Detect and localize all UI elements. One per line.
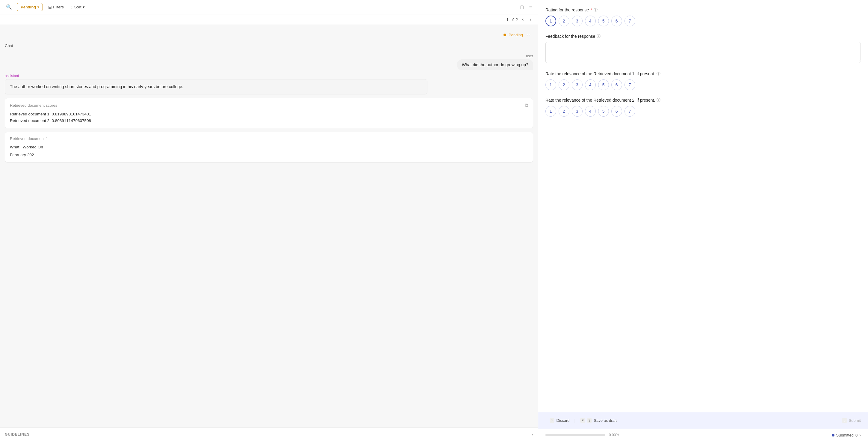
doc1-relevance-section: Rate the relevance of the Retrieved docu…: [546, 71, 861, 90]
submitted-count: 0: [856, 433, 858, 437]
rating-btn-3[interactable]: 3: [572, 106, 583, 117]
save-key-hint-1: ⌘: [580, 418, 585, 423]
guidelines-bar[interactable]: GUIDELINES ›: [0, 428, 538, 441]
search-icon: 🔍: [6, 4, 12, 9]
doc2-relevance-info-icon[interactable]: ⓘ: [656, 97, 660, 103]
rating-info-icon[interactable]: ⓘ: [594, 7, 597, 12]
assistant-message-bubble: The author worked on writing short stori…: [5, 79, 427, 94]
rating-btn-7[interactable]: 7: [624, 106, 635, 117]
filter-label: Filters: [53, 5, 63, 9]
chat-section-label: Chat: [5, 42, 533, 50]
rating-btn-1[interactable]: 1: [546, 16, 556, 26]
retrieved-doc1-title: Retrieved document 1: [10, 137, 48, 141]
doc2-relevance-section: Rate the relevance of the Retrieved docu…: [546, 97, 861, 117]
content-area: Pending ⋯ Chat user What did the author …: [0, 25, 538, 428]
discard-key-hint: ⎋: [550, 418, 555, 423]
list-view-button[interactable]: ≡: [528, 3, 533, 11]
discard-button[interactable]: ⎋ Discard: [546, 416, 574, 424]
right-bottom-bar: 0.00% Submitted 0 ›: [538, 429, 868, 441]
right-panel: Rating for the response * ⓘ 1234567 Feed…: [538, 0, 868, 441]
filter-button[interactable]: ⊟ Filters: [46, 3, 65, 11]
retrieved-scores-content: Retrieved document 1: 0.8198898161473401…: [10, 111, 528, 124]
user-role-label: user: [526, 54, 533, 58]
sort-chevron-icon: ▾: [83, 5, 85, 9]
retrieved-doc1-header: Retrieved document 1: [10, 137, 528, 141]
doc1-relevance-label: Rate the relevance of the Retrieved docu…: [546, 71, 861, 77]
discard-label: Discard: [556, 418, 569, 423]
rating-btn-4[interactable]: 4: [585, 106, 596, 117]
pagination-text: 1 of 2: [506, 18, 518, 22]
rating-btn-3[interactable]: 3: [572, 80, 583, 90]
more-options-button[interactable]: ⋯: [525, 31, 533, 38]
required-star: *: [590, 7, 592, 12]
submit-label: Submit: [849, 418, 861, 423]
rating-btn-4[interactable]: 4: [585, 16, 596, 26]
assistant-message-container: assistant The author worked on writing s…: [5, 74, 533, 94]
grid-view-button[interactable]: ▢: [519, 3, 525, 11]
submitted-label: Submitted: [836, 433, 854, 437]
rating-btn-1[interactable]: 1: [546, 106, 556, 117]
doc2-rating-options: 1234567: [546, 106, 861, 117]
rating-btn-2[interactable]: 2: [559, 16, 569, 26]
rating-options: 1234567: [546, 16, 861, 26]
rating-btn-5[interactable]: 5: [598, 16, 609, 26]
rating-btn-6[interactable]: 6: [611, 80, 622, 90]
retrieved-scores-card: Retrieved document scores ⧉ Retrieved do…: [5, 98, 533, 128]
list-icon: ≡: [529, 4, 532, 9]
feedback-info-icon[interactable]: ⓘ: [597, 34, 600, 39]
pending-filter-button[interactable]: Pending ▾: [17, 3, 43, 11]
status-label: Pending: [508, 33, 523, 37]
rating-btn-2[interactable]: 2: [559, 106, 569, 117]
rating-btn-6[interactable]: 6: [611, 16, 622, 26]
rating-btn-1[interactable]: 1: [546, 80, 556, 90]
progress-percent: 0.00%: [609, 433, 619, 437]
retrieved-doc1-card: Retrieved document 1 What I Worked On Fe…: [5, 132, 533, 163]
retrieved-scores-title: Retrieved document scores: [10, 103, 57, 108]
toolbar-right: ▢ ≡: [519, 3, 533, 11]
retrieved-doc1-name: What I Worked On: [10, 144, 528, 150]
rating-label: Rating for the response * ⓘ: [546, 7, 861, 12]
guidelines-label: GUIDELINES: [5, 432, 30, 437]
save-draft-button[interactable]: ⌘ S Save as draft: [576, 416, 621, 424]
doc1-relevance-info-icon[interactable]: ⓘ: [656, 71, 660, 77]
submitted-chevron-icon[interactable]: ›: [859, 433, 861, 437]
score-1: Retrieved document 1: 0.8198898161473401: [10, 111, 528, 118]
submitted-area: Submitted 0 ›: [832, 433, 861, 437]
rating-section: Rating for the response * ⓘ 1234567: [546, 7, 861, 26]
rating-btn-7[interactable]: 7: [624, 16, 635, 26]
pagination-bar: 1 of 2 ‹ ›: [0, 14, 538, 25]
doc1-rating-options: 1234567: [546, 80, 861, 90]
sort-button[interactable]: ↕ Sort ▾: [69, 3, 87, 11]
rating-btn-3[interactable]: 3: [572, 16, 583, 26]
rating-btn-5[interactable]: 5: [598, 106, 609, 117]
retrieved-doc1-date: February 2021: [10, 152, 528, 158]
filter-icon: ⊟: [48, 5, 52, 9]
pending-chevron-icon: ▾: [37, 5, 39, 9]
submit-button[interactable]: ↵ Submit: [842, 418, 861, 423]
user-message-bubble: What did the author do growing up?: [457, 59, 533, 70]
next-page-button[interactable]: ›: [528, 16, 533, 23]
copy-scores-button[interactable]: ⧉: [525, 102, 528, 108]
user-message-container: user What did the author do growing up?: [5, 54, 533, 70]
search-button[interactable]: 🔍: [5, 3, 13, 11]
action-sep-1: |: [574, 418, 576, 423]
toolbar: 🔍 Pending ▾ ⊟ Filters ↕ Sort ▾ ▢ ≡: [0, 0, 538, 14]
submit-key-hint: ↵: [842, 418, 847, 423]
feedback-textarea[interactable]: [546, 42, 861, 63]
rating-btn-5[interactable]: 5: [598, 80, 609, 90]
right-content: Rating for the response * ⓘ 1234567 Feed…: [538, 0, 868, 412]
chat-messages: user What did the author do growing up? …: [5, 54, 533, 94]
progress-bar: [546, 434, 605, 436]
rating-btn-4[interactable]: 4: [585, 80, 596, 90]
left-panel: 🔍 Pending ▾ ⊟ Filters ↕ Sort ▾ ▢ ≡ 1 of: [0, 0, 538, 441]
sort-label: Sort: [74, 5, 82, 9]
rating-btn-7[interactable]: 7: [624, 80, 635, 90]
rating-btn-2[interactable]: 2: [559, 80, 569, 90]
pending-label: Pending: [21, 5, 36, 9]
retrieved-doc1-content: What I Worked On February 2021: [10, 144, 528, 158]
status-bar: Pending ⋯: [5, 30, 533, 39]
prev-page-button[interactable]: ‹: [520, 16, 525, 23]
rating-btn-6[interactable]: 6: [611, 106, 622, 117]
doc2-relevance-label: Rate the relevance of the Retrieved docu…: [546, 97, 861, 103]
feedback-label: Feedback for the response ⓘ: [546, 34, 861, 39]
